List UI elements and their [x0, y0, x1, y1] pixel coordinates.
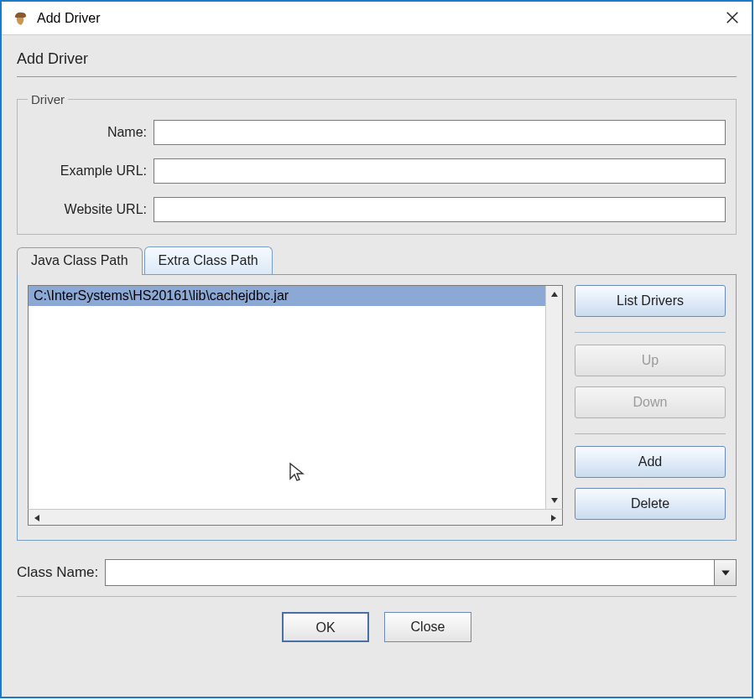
- window-title: Add Driver: [37, 11, 725, 26]
- driver-legend: Driver: [28, 92, 68, 106]
- close-button[interactable]: Close: [384, 612, 471, 642]
- classpath-sidebar: List Drivers Up Down Add Delete: [575, 285, 726, 530]
- classpath-list-area: C:\InterSystems\HS20161\lib\cachejdbc.ja…: [28, 285, 563, 530]
- website-url-input[interactable]: [154, 197, 726, 222]
- class-name-combo[interactable]: [105, 559, 737, 586]
- list-item[interactable]: C:\InterSystems\HS20161\lib\cachejdbc.ja…: [29, 286, 545, 306]
- dialog-buttons: OK Close: [17, 612, 737, 642]
- example-url-row: Example URL:: [28, 158, 726, 184]
- acorn-icon: [12, 10, 29, 27]
- up-button[interactable]: Up: [575, 345, 726, 376]
- chevron-down-icon: [721, 568, 731, 578]
- svg-marker-2: [551, 292, 558, 297]
- name-label: Name:: [28, 125, 154, 140]
- page-heading: Add Driver: [17, 47, 737, 76]
- name-input[interactable]: [154, 120, 726, 145]
- example-url-label: Example URL:: [28, 163, 154, 179]
- name-row: Name:: [28, 120, 726, 145]
- class-name-input[interactable]: [106, 560, 714, 585]
- horizontal-scrollbar[interactable]: [28, 509, 563, 526]
- svg-marker-6: [721, 571, 730, 576]
- class-name-dropdown-button[interactable]: [714, 560, 736, 585]
- titlebar: Add Driver: [2, 2, 752, 35]
- add-button[interactable]: Add: [575, 446, 726, 478]
- dialog-content: Add Driver Driver Name: Example URL: Web…: [2, 35, 752, 651]
- sidebar-separator-2: [575, 433, 726, 434]
- class-name-label: Class Name:: [17, 564, 98, 581]
- tab-strip: Java Class Path Extra Class Path: [17, 246, 737, 274]
- heading-separator: [17, 76, 737, 77]
- sidebar-separator-1: [575, 332, 726, 333]
- delete-button[interactable]: Delete: [575, 488, 726, 520]
- cursor-icon: [289, 462, 307, 484]
- driver-fieldset: Driver Name: Example URL: Website URL:: [17, 92, 737, 235]
- classpath-tabs: Java Class Path Extra Class Path C:\Inte…: [17, 246, 737, 541]
- close-icon[interactable]: [725, 10, 742, 27]
- tab-java-class-path[interactable]: Java Class Path: [17, 247, 143, 275]
- add-driver-window: Add Driver Add Driver Driver Name: Examp…: [0, 0, 753, 698]
- classpath-listbox[interactable]: C:\InterSystems\HS20161\lib\cachejdbc.ja…: [29, 286, 545, 509]
- scroll-left-icon[interactable]: [29, 510, 45, 526]
- down-button[interactable]: Down: [575, 386, 726, 418]
- ok-button[interactable]: OK: [282, 612, 369, 642]
- classpath-listbox-wrapper: C:\InterSystems\HS20161\lib\cachejdbc.ja…: [28, 285, 563, 510]
- list-drivers-button[interactable]: List Drivers: [575, 285, 726, 317]
- tab-extra-class-path[interactable]: Extra Class Path: [144, 246, 273, 274]
- class-name-row: Class Name:: [17, 559, 737, 586]
- svg-marker-5: [551, 515, 556, 521]
- scroll-up-icon[interactable]: [546, 286, 563, 303]
- hscroll-track[interactable]: [45, 510, 545, 525]
- extra-class-path-panel: C:\InterSystems\HS20161\lib\cachejdbc.ja…: [17, 274, 737, 541]
- website-url-label: Website URL:: [28, 202, 154, 217]
- vertical-scrollbar[interactable]: [545, 286, 562, 509]
- website-url-row: Website URL:: [28, 197, 726, 222]
- scroll-right-icon[interactable]: [545, 510, 562, 526]
- scroll-down-icon[interactable]: [546, 492, 563, 509]
- svg-marker-4: [34, 515, 39, 521]
- bottom-separator: [17, 596, 737, 597]
- svg-marker-3: [551, 498, 558, 503]
- example-url-input[interactable]: [154, 158, 726, 184]
